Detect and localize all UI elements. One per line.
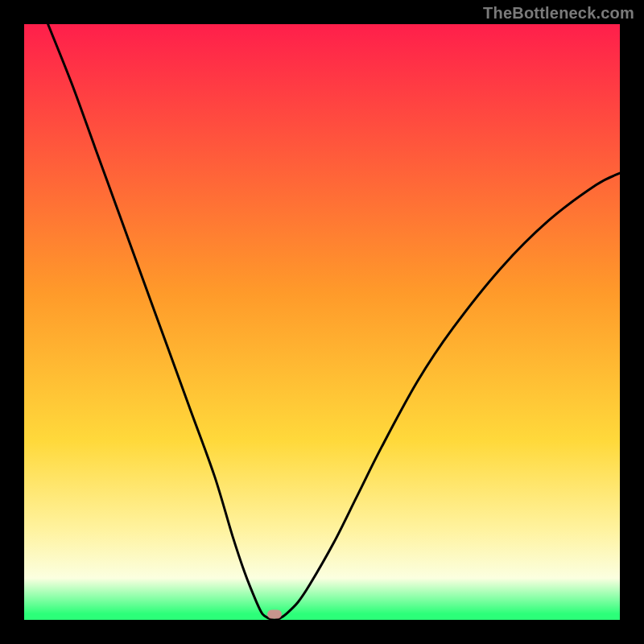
watermark-text: TheBottleneck.com	[483, 5, 634, 21]
chart-frame: TheBottleneck.com	[0, 0, 644, 644]
optimal-point-marker	[267, 609, 282, 618]
bottleneck-curve	[24, 24, 620, 620]
